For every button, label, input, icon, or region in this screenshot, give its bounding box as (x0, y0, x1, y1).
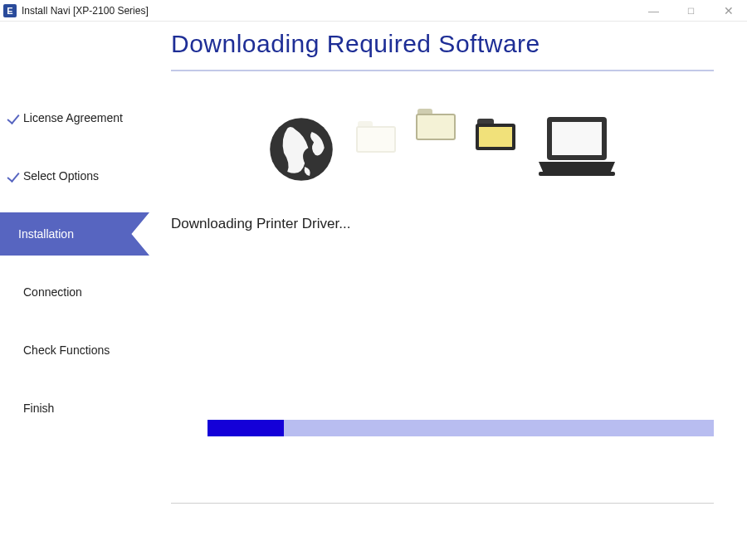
minimize-button[interactable]: — (635, 0, 672, 22)
sidebar-item-license: License Agreement (0, 96, 149, 139)
progress-fill (208, 420, 284, 436)
sidebar-item-installation: Installation (0, 212, 149, 256)
svg-rect-3 (539, 172, 615, 176)
sidebar-item-label: Select Options (23, 169, 99, 183)
close-button: ✕ (710, 0, 747, 22)
globe-icon (266, 114, 336, 184)
window-controls: — ☐ ✕ (635, 0, 747, 21)
sidebar-item-label: Connection (23, 285, 82, 299)
sidebar-item-label: Check Functions (23, 343, 110, 357)
progress-bar (208, 420, 714, 436)
bottom-divider (171, 503, 714, 504)
content: License Agreement Select Options Install… (0, 22, 747, 560)
page-title: Downloading Required Software (171, 30, 714, 58)
folder-icon (356, 121, 396, 153)
app-icon: E (3, 4, 17, 17)
status-text: Downloading Printer Driver... (171, 216, 714, 232)
laptop-icon (535, 114, 618, 183)
svg-rect-2 (552, 122, 602, 155)
titlebar: E Install Navi [XP-2100 Series] — ☐ ✕ (0, 0, 747, 22)
sidebar-item-options: Select Options (0, 154, 149, 197)
illustration (171, 91, 714, 191)
sidebar: License Agreement Select Options Install… (0, 22, 149, 560)
title-divider (171, 70, 714, 71)
sidebar-item-connection: Connection (0, 270, 149, 314)
sidebar-item-check-functions: Check Functions (0, 329, 149, 372)
sidebar-item-finish: Finish (0, 387, 149, 430)
folder-icon (476, 119, 515, 150)
main-panel: Downloading Required Software Do (149, 22, 747, 560)
folder-icon (416, 109, 456, 140)
sidebar-item-label: Finish (23, 402, 54, 415)
window-title: Install Navi [XP-2100 Series] (22, 5, 635, 17)
sidebar-item-label: Installation (18, 227, 74, 241)
maximize-button: ☐ (672, 0, 710, 22)
sidebar-item-label: License Agreement (23, 111, 123, 124)
